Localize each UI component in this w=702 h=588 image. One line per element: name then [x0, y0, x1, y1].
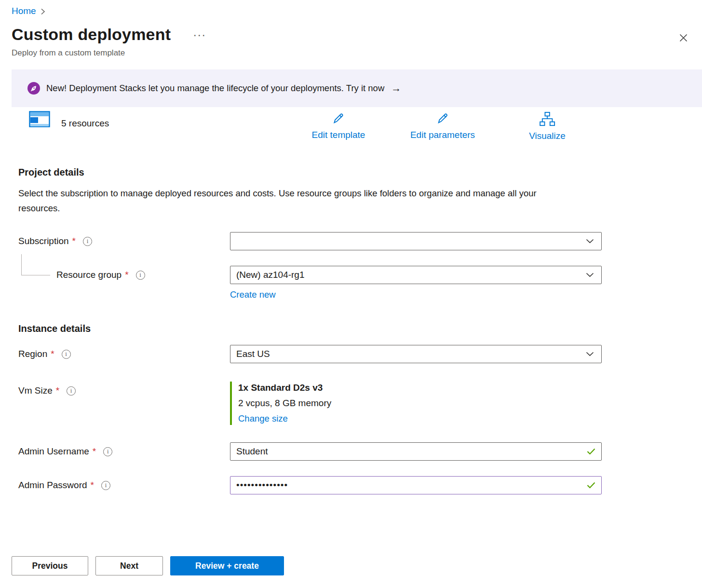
- valid-checkmark-icon: [587, 482, 595, 489]
- create-new-link[interactable]: Create new: [230, 289, 276, 300]
- vm-size-required-mark: *: [56, 385, 59, 396]
- resource-group-label-text: Resource group: [56, 270, 122, 280]
- notification-banner: New! Deployment Stacks let you manage th…: [12, 69, 702, 107]
- vm-size-control: 1x Standard D2s v3 2 vcpus, 8 GB memory …: [230, 382, 602, 425]
- admin-password-control: [230, 476, 602, 494]
- admin-username-required-mark: *: [93, 446, 96, 457]
- change-size-link[interactable]: Change size: [238, 413, 288, 424]
- edit-parameters-button[interactable]: Edit parameters: [410, 112, 475, 140]
- region-required-mark: *: [51, 349, 54, 359]
- region-control: East US: [230, 345, 602, 363]
- vm-size-selection-block: 1x Standard D2s v3 2 vcpus, 8 GB memory …: [230, 382, 602, 425]
- subscription-info-icon[interactable]: [83, 237, 92, 246]
- admin-password-required-mark: *: [91, 480, 94, 491]
- admin-password-label: Admin Password *: [18, 476, 230, 494]
- edit-template-button[interactable]: Edit template: [312, 112, 365, 140]
- subscription-label: Subscription *: [18, 232, 230, 250]
- resource-group-dropdown[interactable]: (New) az104-rg1: [230, 266, 602, 284]
- vm-size-label-text: Vm Size: [18, 385, 53, 396]
- vm-size-selection: 1x Standard D2s v3: [238, 383, 602, 393]
- edit-parameters-pencil-icon: [435, 112, 450, 127]
- more-menu-button[interactable]: ···: [193, 29, 206, 41]
- edit-template-pencil-icon: [331, 112, 346, 127]
- tree-connector-line: [21, 254, 50, 275]
- subscription-label-text: Subscription: [18, 236, 69, 246]
- project-details-description: Select the subscription to manage deploy…: [18, 186, 578, 216]
- banner-try-it-now-arrow[interactable]: →: [391, 82, 401, 94]
- admin-password-row: Admin Password *: [18, 476, 690, 494]
- title-row: Custom deployment ···: [12, 25, 690, 44]
- subscription-row: Subscription *: [18, 232, 690, 250]
- resource-group-row: Resource group * (New) az104-rg1 Create …: [18, 266, 690, 300]
- region-row: Region * East US: [18, 345, 690, 363]
- page-title: Custom deployment: [12, 25, 171, 44]
- deployment-form: Project details Select the subscription …: [12, 167, 690, 494]
- edit-template-label: Edit template: [312, 130, 365, 140]
- page-subtitle: Deploy from a custom template: [12, 48, 690, 58]
- visualize-button[interactable]: Visualize: [529, 112, 566, 141]
- valid-checkmark-icon: [587, 448, 595, 455]
- region-label-text: Region: [18, 349, 47, 359]
- chevron-down-icon: [586, 239, 594, 244]
- resource-group-dropdown-value: (New) az104-rg1: [236, 270, 305, 280]
- resources-count-label: 5 resources: [61, 118, 109, 129]
- admin-username-info-icon[interactable]: [103, 447, 112, 456]
- subscription-required-mark: *: [72, 236, 76, 246]
- vm-size-label: Vm Size *: [18, 382, 230, 400]
- close-button[interactable]: [677, 32, 689, 46]
- admin-password-label-text: Admin Password: [18, 480, 87, 491]
- resource-group-required-mark: *: [125, 270, 128, 280]
- template-resources: 5 resources: [29, 111, 109, 131]
- review-create-button[interactable]: Review + create: [170, 556, 284, 575]
- admin-username-label: Admin Username *: [18, 442, 230, 461]
- admin-password-info-icon[interactable]: [101, 481, 110, 490]
- resource-group-control: (New) az104-rg1 Create new: [230, 266, 602, 300]
- region-info-icon[interactable]: [62, 350, 71, 359]
- admin-username-control: [230, 442, 602, 461]
- rocket-icon: [27, 82, 40, 95]
- instance-details-heading: Instance details: [18, 323, 690, 334]
- vm-size-info-icon[interactable]: [67, 386, 76, 396]
- admin-username-row: Admin Username *: [18, 442, 690, 461]
- admin-username-input[interactable]: [230, 442, 602, 461]
- visualize-diagram-icon: [539, 112, 555, 128]
- vm-size-specs: 2 vcpus, 8 GB memory: [238, 398, 602, 409]
- project-details-heading: Project details: [18, 167, 690, 178]
- breadcrumb: Home: [12, 6, 690, 16]
- resources-icon: [29, 111, 51, 131]
- region-dropdown-value: East US: [236, 349, 270, 359]
- vm-size-row: Vm Size * 1x Standard D2s v3 2 vcpus, 8 …: [18, 382, 690, 425]
- custom-deployment-page: Home Custom deployment ··· Deploy from a…: [0, 0, 702, 588]
- visualize-label: Visualize: [529, 131, 566, 141]
- breadcrumb-chevron-icon: [40, 8, 45, 15]
- next-button[interactable]: Next: [95, 556, 163, 575]
- chevron-down-icon: [586, 352, 594, 356]
- resource-group-info-icon[interactable]: [136, 271, 145, 280]
- edit-parameters-label: Edit parameters: [410, 130, 475, 140]
- previous-button[interactable]: Previous: [12, 556, 88, 575]
- admin-password-input[interactable]: [230, 476, 602, 494]
- subscription-control: [230, 232, 602, 250]
- chevron-down-icon: [586, 273, 594, 277]
- banner-message: New! Deployment Stacks let you manage th…: [46, 83, 384, 94]
- region-label: Region *: [18, 345, 230, 363]
- template-bar: 5 resources Edit template Edit parameter…: [12, 110, 690, 146]
- breadcrumb-home-link[interactable]: Home: [12, 6, 36, 16]
- footer-actions: Previous Next Review + create: [12, 556, 690, 575]
- admin-username-label-text: Admin Username: [18, 446, 89, 457]
- subscription-dropdown[interactable]: [230, 232, 602, 250]
- close-icon: [679, 35, 688, 43]
- region-dropdown[interactable]: East US: [230, 345, 602, 363]
